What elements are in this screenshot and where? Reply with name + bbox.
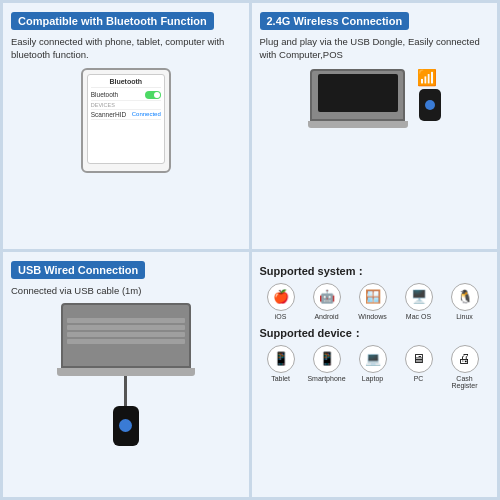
icon-pc: 🖥 PC (398, 345, 440, 389)
tablet-label: Tablet (271, 375, 290, 382)
icon-macos: 🖥️ Mac OS (398, 283, 440, 320)
smartphone-icon: 📱 (313, 345, 341, 373)
usb-desc: Connected via USB cable (1m) (11, 284, 241, 297)
ios-icon: 🍎 (267, 283, 295, 311)
linux-label: Linux (456, 313, 473, 320)
wireless-scanner (419, 89, 441, 121)
laptop-icon: 💻 (359, 345, 387, 373)
cell-supported: Supported system： 🍎 iOS 🤖 Android 🪟 Wind… (252, 252, 498, 498)
cell-wireless: 2.4G Wireless Connection Plug and play v… (252, 3, 498, 249)
tablet-mockup: Bluetooth Bluetooth DEVICES ScannerHID C… (81, 68, 171, 173)
usb-title: USB Wired Connection (11, 261, 145, 279)
laptop-label: Laptop (362, 375, 383, 382)
bt-connected: Connected (132, 111, 161, 117)
icon-android: 🤖 Android (306, 283, 348, 320)
bt-label: Bluetooth (91, 91, 118, 98)
ios-label: iOS (275, 313, 287, 320)
bt-row-scanner: ScannerHID Connected (91, 110, 161, 120)
icon-smartphone: 📱 Smartphone (306, 345, 348, 389)
wireless-laptop-base (308, 121, 408, 128)
wireless-desc: Plug and play via the USB Dongle, Easily… (260, 35, 490, 62)
system-title: Supported system： (260, 264, 490, 279)
bt-scanner-label: ScannerHID (91, 111, 126, 118)
macos-label: Mac OS (406, 313, 431, 320)
tablet-icon: 📱 (267, 345, 295, 373)
bt-row-bluetooth: Bluetooth (91, 90, 161, 101)
cell-usb: USB Wired Connection Connected via USB c… (3, 252, 249, 498)
macos-icon: 🖥️ (405, 283, 433, 311)
cell-bluetooth: Compatible with Bluetooth Function Easil… (3, 3, 249, 249)
icon-windows: 🪟 Windows (352, 283, 394, 320)
icon-laptop: 💻 Laptop (352, 345, 394, 389)
usb-scanner (113, 406, 139, 446)
linux-icon: 🐧 (451, 283, 479, 311)
bt-row-devices: DEVICES (91, 101, 161, 110)
android-label: Android (314, 313, 338, 320)
icon-cash-register: 🖨 Cash Register (444, 345, 486, 389)
icon-ios: 🍎 iOS (260, 283, 302, 320)
bt-devices-label: DEVICES (91, 102, 115, 108)
tablet-screen: Bluetooth Bluetooth DEVICES ScannerHID C… (87, 74, 165, 164)
android-icon: 🤖 (313, 283, 341, 311)
icon-linux: 🐧 Linux (444, 283, 486, 320)
smartphone-label: Smartphone (307, 375, 345, 382)
device-icons-grid: 📱 Tablet 📱 Smartphone 💻 Laptop 🖥 PC 🖨 Ca… (260, 345, 490, 389)
wireless-title: 2.4G Wireless Connection (260, 12, 410, 30)
system-icons-grid: 🍎 iOS 🤖 Android 🪟 Windows 🖥️ Mac OS 🐧 Li… (260, 283, 490, 320)
cash-register-icon: 🖨 (451, 345, 479, 373)
bluetooth-desc: Easily connected with phone, tablet, com… (11, 35, 241, 62)
windows-label: Windows (358, 313, 386, 320)
windows-icon: 🪟 (359, 283, 387, 311)
usb-laptop-base (57, 368, 195, 376)
cash-register-label: Cash Register (444, 375, 486, 389)
pc-label: PC (414, 375, 424, 382)
bluetooth-title: Compatible with Bluetooth Function (11, 12, 214, 30)
usb-scanner-btn (119, 419, 132, 432)
usb-cable (124, 376, 127, 406)
bluetooth-toggle[interactable] (145, 91, 161, 99)
scanner-button (425, 100, 435, 110)
bt-header: Bluetooth (91, 78, 161, 88)
pc-icon: 🖥 (405, 345, 433, 373)
usb-laptop-kbd (61, 303, 191, 368)
icon-tablet: 📱 Tablet (260, 345, 302, 389)
wireless-laptop (310, 69, 405, 121)
wifi-waves-icon: 📶 (417, 68, 437, 87)
main-grid: Compatible with Bluetooth Function Easil… (0, 0, 500, 500)
device-title: Supported device： (260, 326, 490, 341)
